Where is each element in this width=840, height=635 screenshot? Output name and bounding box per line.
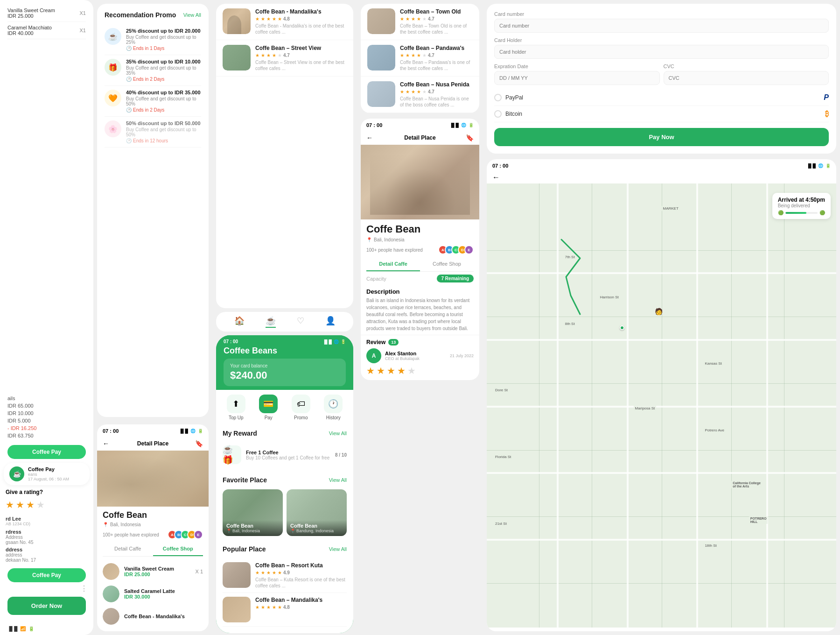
tab-coffee-shop-col2[interactable]: Coffee Shop — [153, 542, 203, 556]
green-signal-icon: ▐▌█ — [323, 339, 332, 344]
promo-view-all[interactable]: View All — [183, 12, 201, 18]
promo-item-4[interactable]: 🌸 50% discount up to IDR 50.000 Buy Coff… — [105, 117, 201, 148]
coffee-item-pandawa[interactable]: Coffe Bean – Pandawa's ★ ★ ★ ★ ★ 4.7 Cof… — [361, 40, 479, 77]
star-1[interactable]: ★ — [6, 499, 14, 510]
heart-icon[interactable]: ♡ — [297, 316, 304, 328]
map-person-icon: 🧑 — [655, 308, 663, 315]
delivery-bar-container: 🟢 🟢 — [778, 210, 825, 215]
customer-name: rd Lee — [6, 516, 88, 522]
cvc-input[interactable] — [664, 71, 829, 85]
review-header: Review 13 — [366, 339, 474, 346]
payment-map-column: Card number Card Holder Expration Date C… — [483, 0, 840, 635]
popular-name-1: Coffe Bean – Resort Kuta — [255, 562, 347, 569]
coffee-item-town-old[interactable]: Coffe Bean – Town Old ★ ★ ★ ★ ★ 4.7 Coff… — [361, 4, 479, 40]
expiration-group: Expration Date — [494, 64, 660, 85]
paypal-radio[interactable] — [494, 94, 502, 101]
fav-card-2[interactable]: Coffe Bean 📍 Bandung, Indonesia — [287, 489, 347, 536]
detail-avatar-5: E — [464, 245, 474, 254]
coffee-icon[interactable]: ☕ — [266, 316, 276, 328]
map-container: 7th St 8th St Dore St Florida St 21st St… — [487, 183, 836, 628]
promo-item-1[interactable]: ☕ 25% discount up to IDR 20.000 Buy Coff… — [105, 24, 201, 55]
expiration-input[interactable] — [494, 71, 660, 85]
detail-tab-caffe[interactable]: Detail Caffe — [366, 257, 420, 271]
detail-back-btn[interactable]: ← — [366, 134, 373, 141]
shop-item-name-3: Coffe Bean - Mandalika's — [124, 614, 203, 619]
green-battery-icon: 🔋 — [341, 339, 346, 344]
popular-item-1[interactable]: Coffe Bean – Resort Kuta ★ ★ ★ ★ ★ 4.9 C… — [223, 558, 347, 593]
coffeepay-button-1[interactable]: Coffee Pay — [7, 445, 86, 459]
paypal-method[interactable]: PayPal P — [494, 90, 829, 106]
card-number-group: Card number — [494, 11, 829, 33]
coffee-rating-2: ★ ★ ★ ★ ★ 4.7 — [255, 53, 347, 58]
map-panel: 07 : 00 ▐▌█ 🌐 🔋 ← — [487, 159, 836, 631]
card-holder-label: Card Holder — [494, 37, 829, 43]
star-4[interactable]: ★ — [36, 499, 45, 510]
detail-bookmark-btn[interactable]: 🔖 — [466, 134, 474, 141]
promo-expiry-3: 🕐 Ends in 2 Days — [126, 107, 201, 113]
shop-item-qty-1: X 1 — [195, 569, 203, 574]
road-h-5 — [487, 539, 836, 541]
fav-view-all[interactable]: View All — [329, 477, 347, 483]
popular-rating-num-1: 4.9 — [283, 570, 290, 575]
phone-wifi-col2: 🌐 — [190, 429, 196, 433]
popular-view-all[interactable]: View All — [329, 546, 347, 552]
reward-header: My Reward View All — [223, 430, 347, 437]
clock-icon-3: 🕐 — [126, 107, 132, 113]
address2-label: ddress — [6, 547, 88, 552]
popular-thumb-2 — [223, 597, 251, 622]
tax-row: IDR 10.000 — [7, 409, 86, 417]
bitcoin-radio[interactable] — [494, 110, 502, 118]
star-filled: ★ — [278, 16, 282, 21]
subtotal-row: IDR 65.000 — [7, 402, 86, 409]
map-label-potrero: Potrero Ave — [703, 428, 726, 433]
star-3[interactable]: ★ — [26, 499, 35, 510]
popular-section: Popular Place View All Coffe Bean – Reso… — [216, 541, 353, 633]
tab-detail-caffe-col2[interactable]: Detail Caffe — [103, 542, 153, 556]
coffee-list-item-2[interactable]: Coffe Bean – Street View ★ ★ ★ ★ ★ 4.7 C… — [216, 40, 353, 77]
popular-item-2[interactable]: Coffe Bean – Mandalika's ★ ★ ★ ★ ★ 4.8 — [223, 593, 347, 627]
action-topup[interactable]: ⬆ Top Up — [227, 395, 245, 420]
fav-card-overlay-2: Coffe Bean 📍 Bandung, Indonesia — [287, 520, 347, 536]
promo-icon-2: 🎁 — [105, 59, 121, 76]
coffee-name-1: Coffe Bean - Mandalika's — [255, 8, 347, 15]
review-date: 21 July 2022 — [450, 353, 474, 358]
item-name: Caramel Macchiato — [7, 25, 52, 30]
pay-now-button[interactable]: Pay Now — [494, 128, 829, 146]
home-icon[interactable]: 🏠 — [234, 316, 245, 328]
action-history[interactable]: 🕐 History — [324, 395, 343, 420]
more-options-icon[interactable]: ⋮ — [80, 584, 88, 593]
star-2[interactable]: ★ — [16, 499, 24, 510]
card-holder-input[interactable] — [494, 45, 829, 59]
detail-avatar-stack: A B C D E — [441, 245, 474, 254]
promo-info-2: 35% discount up to IDR 10.000 Buy Coffee… — [126, 59, 201, 82]
detail-tab-coffee-shop[interactable]: Coffee Shop — [420, 257, 474, 271]
shop-item-info-2: Salted Caramel Latte IDR 30.000 — [124, 588, 203, 600]
back-button-col2[interactable]: ← — [103, 440, 109, 447]
paypal-label: PayPal — [505, 94, 820, 101]
bitcoin-method[interactable]: Bitcoin ₿ — [494, 106, 829, 122]
bookmark-button-col2[interactable]: 🔖 — [195, 440, 203, 447]
road-v-1 — [557, 183, 559, 628]
reviewer-name: Alex Stanton — [385, 351, 446, 356]
card-number-input[interactable] — [494, 19, 829, 33]
shop-item-1: Vanilla Sweet Cream IDR 25.000 X 1 — [103, 560, 203, 583]
promo-item-2[interactable]: 🎁 35% discount up to IDR 10.000 Buy Coff… — [105, 55, 201, 86]
paypal-icon: P — [824, 93, 829, 102]
promo-item-3[interactable]: 🧡 40% discount up to IDR 35.000 Buy Coff… — [105, 86, 201, 117]
coffeepay-button-2[interactable]: Coffee Pay — [7, 568, 86, 582]
user-icon[interactable]: 👤 — [325, 316, 336, 328]
coffee-item-nusa[interactable]: Coffe Bean – Nusa Penida ★ ★ ★ ★ ★ 4.7 C… — [361, 77, 479, 113]
map-back-button[interactable]: ← — [487, 171, 836, 183]
star-empty: ★ — [278, 53, 282, 58]
road-v-3 — [696, 183, 698, 628]
address2-section: ddress address dekaan No. 17 — [0, 546, 93, 566]
reward-item-info: Free 1 Coffee Buy 10 Coffees and get 1 C… — [246, 450, 330, 460]
detail-place-name: Coffe Bean — [361, 219, 479, 237]
order-now-button[interactable]: Order Now — [7, 597, 86, 615]
coffee-list-item-1[interactable]: Coffe Bean - Mandalika's ★ ★ ★ ★ ★ 4.8 C… — [216, 4, 353, 40]
action-promo[interactable]: 🏷 Promo — [292, 395, 310, 420]
action-pay[interactable]: 💳 Pay — [259, 395, 278, 420]
map-wifi-icon: 🌐 — [818, 163, 823, 168]
reward-view-all[interactable]: View All — [329, 430, 347, 436]
fav-card-1[interactable]: Coffe Bean 📍 Bali, Indonesia — [223, 489, 283, 536]
